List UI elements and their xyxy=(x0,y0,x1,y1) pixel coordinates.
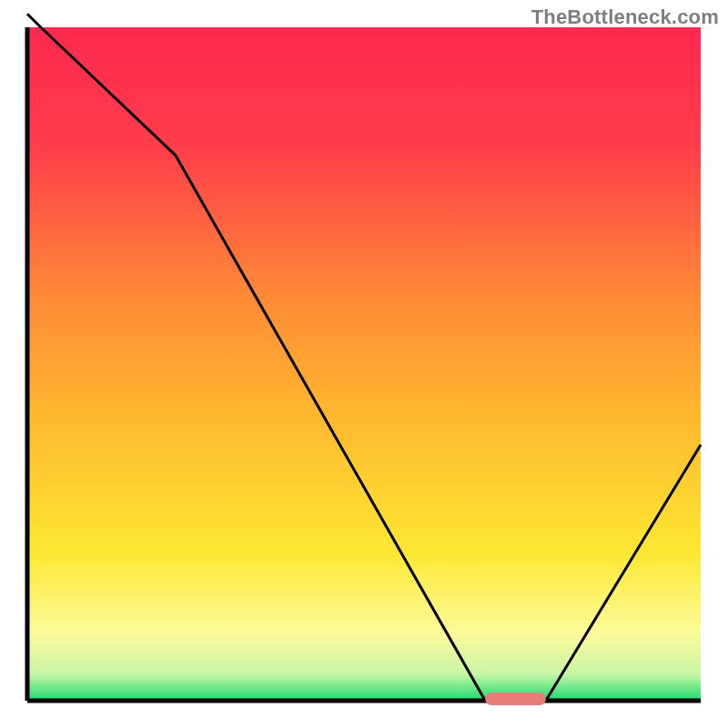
bottleneck-chart: TheBottleneck.com xyxy=(0,0,728,728)
chart-svg xyxy=(0,0,728,728)
gradient-background xyxy=(27,27,701,701)
optimal-range-marker xyxy=(485,693,546,705)
